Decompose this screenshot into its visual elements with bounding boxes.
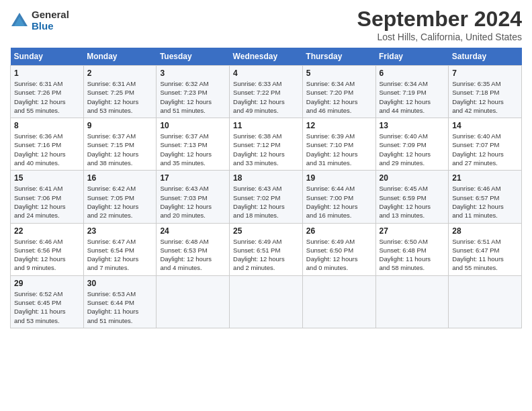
day-info: Sunrise: 6:52 AMSunset: 6:45 PMDaylight:…	[14, 290, 66, 324]
day-number: 6	[380, 68, 445, 78]
empty-cell	[449, 275, 522, 328]
day-cell: 12 Sunrise: 6:39 AMSunset: 7:10 PMDaylig…	[302, 118, 375, 171]
day-cell: 20 Sunrise: 6:45 AMSunset: 6:59 PMDaylig…	[375, 171, 449, 223]
day-number: 21	[452, 173, 518, 183]
header: General Blue September 2024 Lost Hills, …	[10, 7, 522, 42]
logo-text: General Blue	[32, 9, 69, 32]
day-cell: 2 Sunrise: 6:31 AMSunset: 7:25 PMDayligh…	[83, 66, 157, 118]
day-number: 29	[14, 279, 80, 288]
day-cell: 30 Sunrise: 6:53 AMSunset: 6:44 PMDaylig…	[83, 275, 157, 328]
col-sunday: Sunday	[11, 48, 84, 66]
col-monday: Monday	[83, 48, 157, 66]
day-cell: 27 Sunrise: 6:50 AMSunset: 6:48 PMDaylig…	[375, 223, 449, 275]
day-info: Sunrise: 6:34 AMSunset: 7:20 PMDaylight:…	[306, 80, 358, 114]
day-info: Sunrise: 6:49 AMSunset: 6:51 PMDaylight:…	[233, 238, 285, 272]
day-info: Sunrise: 6:48 AMSunset: 6:53 PMDaylight:…	[160, 238, 212, 272]
day-cell: 19 Sunrise: 6:44 AMSunset: 7:00 PMDaylig…	[302, 171, 375, 223]
calendar-row: 1 Sunrise: 6:31 AMSunset: 7:26 PMDayligh…	[11, 66, 522, 118]
day-cell: 5 Sunrise: 6:34 AMSunset: 7:20 PMDayligh…	[302, 66, 375, 118]
empty-cell	[302, 275, 375, 328]
day-info: Sunrise: 6:36 AMSunset: 7:16 PMDaylight:…	[14, 132, 66, 167]
day-info: Sunrise: 6:50 AMSunset: 6:48 PMDaylight:…	[380, 238, 431, 272]
day-cell: 28 Sunrise: 6:51 AMSunset: 6:47 PMDaylig…	[449, 223, 522, 275]
col-wednesday: Wednesday	[230, 48, 303, 66]
day-number: 26	[306, 226, 372, 236]
calendar-row: 29 Sunrise: 6:52 AMSunset: 6:45 PMDaylig…	[11, 275, 522, 328]
location-title: Lost Hills, California, United States	[357, 32, 522, 42]
day-cell: 13 Sunrise: 6:40 AMSunset: 7:09 PMDaylig…	[375, 118, 449, 171]
day-cell: 18 Sunrise: 6:43 AMSunset: 7:02 PMDaylig…	[230, 171, 303, 223]
day-number: 23	[87, 226, 153, 236]
calendar-row: 15 Sunrise: 6:41 AMSunset: 7:06 PMDaylig…	[11, 171, 522, 223]
day-cell: 25 Sunrise: 6:49 AMSunset: 6:51 PMDaylig…	[230, 223, 303, 275]
day-number: 16	[87, 173, 153, 183]
day-info: Sunrise: 6:45 AMSunset: 6:59 PMDaylight:…	[380, 185, 431, 219]
day-number: 12	[306, 121, 372, 130]
day-cell: 21 Sunrise: 6:46 AMSunset: 6:57 PMDaylig…	[449, 171, 522, 223]
day-info: Sunrise: 6:41 AMSunset: 7:06 PMDaylight:…	[14, 185, 66, 219]
logo-icon	[10, 11, 29, 30]
day-info: Sunrise: 6:51 AMSunset: 6:47 PMDaylight:…	[452, 238, 504, 272]
day-cell: 10 Sunrise: 6:37 AMSunset: 7:13 PMDaylig…	[157, 118, 230, 171]
day-info: Sunrise: 6:46 AMSunset: 6:56 PMDaylight:…	[14, 238, 66, 272]
day-number: 3	[160, 68, 226, 78]
col-thursday: Thursday	[302, 48, 375, 66]
day-cell: 29 Sunrise: 6:52 AMSunset: 6:45 PMDaylig…	[11, 275, 84, 328]
day-cell: 17 Sunrise: 6:43 AMSunset: 7:03 PMDaylig…	[157, 171, 230, 223]
day-number: 24	[160, 226, 226, 236]
day-number: 22	[14, 226, 80, 236]
day-number: 27	[380, 226, 445, 236]
day-number: 1	[14, 68, 80, 78]
day-number: 25	[233, 226, 299, 236]
day-number: 14	[452, 121, 518, 130]
day-info: Sunrise: 6:32 AMSunset: 7:23 PMDaylight:…	[160, 80, 212, 114]
day-info: Sunrise: 6:31 AMSunset: 7:25 PMDaylight:…	[87, 80, 139, 114]
col-tuesday: Tuesday	[157, 48, 230, 66]
empty-cell	[230, 275, 303, 328]
day-info: Sunrise: 6:33 AMSunset: 7:22 PMDaylight:…	[233, 80, 285, 114]
day-number: 2	[87, 68, 153, 78]
day-info: Sunrise: 6:53 AMSunset: 6:44 PMDaylight:…	[87, 290, 139, 324]
day-cell: 8 Sunrise: 6:36 AMSunset: 7:16 PMDayligh…	[11, 118, 84, 171]
day-number: 9	[87, 121, 153, 130]
day-cell: 1 Sunrise: 6:31 AMSunset: 7:26 PMDayligh…	[11, 66, 84, 118]
calendar-row: 8 Sunrise: 6:36 AMSunset: 7:16 PMDayligh…	[11, 118, 522, 171]
day-number: 11	[233, 121, 299, 130]
day-info: Sunrise: 6:43 AMSunset: 7:02 PMDaylight:…	[233, 185, 285, 219]
day-info: Sunrise: 6:40 AMSunset: 7:09 PMDaylight:…	[380, 132, 431, 167]
day-number: 15	[14, 173, 80, 183]
day-headers: Sunday Monday Tuesday Wednesday Thursday…	[11, 48, 522, 66]
day-number: 18	[233, 173, 299, 183]
logo: General Blue	[10, 9, 69, 32]
day-cell: 24 Sunrise: 6:48 AMSunset: 6:53 PMDaylig…	[157, 223, 230, 275]
calendar-row: 22 Sunrise: 6:46 AMSunset: 6:56 PMDaylig…	[11, 223, 522, 275]
day-number: 20	[380, 173, 445, 183]
day-info: Sunrise: 6:37 AMSunset: 7:15 PMDaylight:…	[87, 132, 139, 167]
day-info: Sunrise: 6:42 AMSunset: 7:05 PMDaylight:…	[87, 185, 139, 219]
day-info: Sunrise: 6:37 AMSunset: 7:13 PMDaylight:…	[160, 132, 212, 167]
day-info: Sunrise: 6:46 AMSunset: 6:57 PMDaylight:…	[452, 185, 504, 219]
day-number: 10	[160, 121, 226, 130]
day-info: Sunrise: 6:39 AMSunset: 7:10 PMDaylight:…	[306, 132, 358, 167]
day-info: Sunrise: 6:44 AMSunset: 7:00 PMDaylight:…	[306, 185, 358, 219]
day-cell: 7 Sunrise: 6:35 AMSunset: 7:18 PMDayligh…	[449, 66, 522, 118]
day-cell: 9 Sunrise: 6:37 AMSunset: 7:15 PMDayligh…	[83, 118, 157, 171]
col-saturday: Saturday	[449, 48, 522, 66]
day-info: Sunrise: 6:31 AMSunset: 7:26 PMDaylight:…	[14, 80, 66, 114]
day-cell: 11 Sunrise: 6:38 AMSunset: 7:12 PMDaylig…	[230, 118, 303, 171]
day-cell: 16 Sunrise: 6:42 AMSunset: 7:05 PMDaylig…	[83, 171, 157, 223]
day-info: Sunrise: 6:43 AMSunset: 7:03 PMDaylight:…	[160, 185, 212, 219]
day-number: 13	[380, 121, 445, 130]
day-info: Sunrise: 6:38 AMSunset: 7:12 PMDaylight:…	[233, 132, 285, 167]
title-area: September 2024 Lost Hills, California, U…	[357, 7, 522, 42]
day-cell: 14 Sunrise: 6:40 AMSunset: 7:07 PMDaylig…	[449, 118, 522, 171]
logo-blue: Blue	[32, 21, 69, 32]
day-cell: 3 Sunrise: 6:32 AMSunset: 7:23 PMDayligh…	[157, 66, 230, 118]
calendar-table: Sunday Monday Tuesday Wednesday Thursday…	[10, 48, 522, 328]
day-number: 28	[452, 226, 518, 236]
empty-cell	[157, 275, 230, 328]
day-cell: 6 Sunrise: 6:34 AMSunset: 7:19 PMDayligh…	[375, 66, 449, 118]
day-info: Sunrise: 6:34 AMSunset: 7:19 PMDaylight:…	[380, 80, 431, 114]
day-info: Sunrise: 6:40 AMSunset: 7:07 PMDaylight:…	[452, 132, 504, 167]
day-number: 8	[14, 121, 80, 130]
